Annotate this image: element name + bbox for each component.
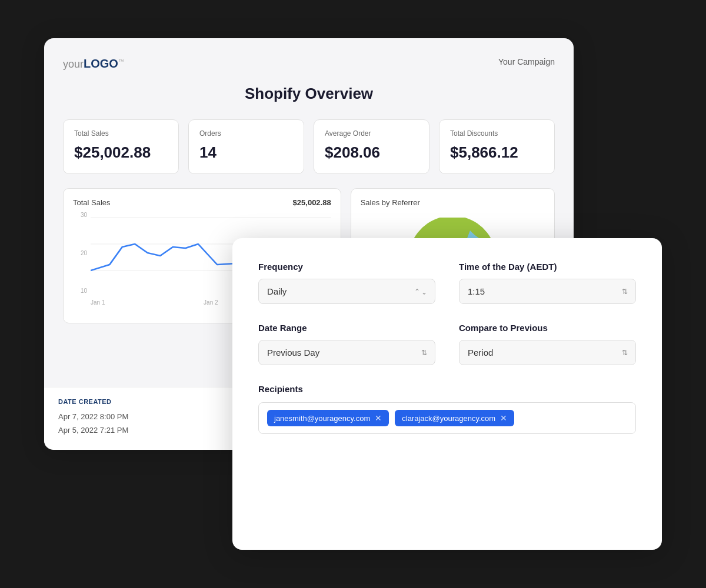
metric-total-sales: Total Sales $25,002.88 bbox=[63, 119, 179, 174]
date-range-select[interactable]: Previous Day Last 7 Days Last 30 Days bbox=[258, 340, 435, 365]
logo-prefix: your bbox=[63, 58, 84, 70]
date-range-group: Date Range Previous Day Last 7 Days Last… bbox=[258, 323, 435, 365]
date-range-select-wrapper[interactable]: Previous Day Last 7 Days Last 30 Days ⇅ bbox=[258, 340, 435, 365]
x-label-1: Jan 2 bbox=[204, 299, 218, 306]
time-label: Time of the Day (AEDT) bbox=[459, 262, 636, 272]
remove-recipient-1-icon[interactable]: ✕ bbox=[500, 413, 507, 423]
date-range-label: Date Range bbox=[258, 323, 435, 333]
referrer-header: Sales by Referrer bbox=[361, 198, 545, 207]
chart-total: $25,002.88 bbox=[293, 198, 331, 207]
y-label-1: 20 bbox=[73, 250, 87, 256]
frequency-select[interactable]: Daily Weekly Monthly bbox=[258, 279, 435, 304]
metric-orders: Orders 14 bbox=[188, 119, 304, 174]
compare-select-wrapper[interactable]: Period Year None ⇅ bbox=[459, 340, 636, 365]
schedule-form-card: Frequency Daily Weekly Monthly ⌃︎ ⌃ Time… bbox=[232, 238, 662, 550]
card-header: yourLOGO™ Your Campaign bbox=[63, 57, 555, 71]
logo-tm: ™ bbox=[118, 58, 124, 65]
compare-group: Compare to Previous Period Year None ⇅ bbox=[459, 323, 636, 365]
x-label-0: Jan 1 bbox=[91, 299, 105, 306]
metric-value-0: $25,002.88 bbox=[74, 143, 168, 162]
logo: yourLOGO™ bbox=[63, 57, 124, 71]
recipient-email-1: clarajack@youragency.com bbox=[402, 414, 495, 423]
recipients-section: Recipients janesmith@youragency.com ✕ cl… bbox=[258, 384, 636, 434]
chart-header: Total Sales $25,002.88 bbox=[73, 198, 331, 207]
metric-label-0: Total Sales bbox=[74, 129, 168, 138]
remove-recipient-0-icon[interactable]: ✕ bbox=[375, 413, 382, 423]
compare-label: Compare to Previous bbox=[459, 323, 636, 333]
referrer-title: Sales by Referrer bbox=[361, 198, 420, 207]
metric-value-2: $208.06 bbox=[325, 143, 418, 162]
recipients-area: janesmith@youragency.com ✕ clarajack@you… bbox=[258, 402, 636, 434]
metric-total-discounts: Total Discounts $5,866.12 bbox=[439, 119, 555, 174]
compare-select[interactable]: Period Year None bbox=[459, 340, 636, 365]
frequency-select-wrapper[interactable]: Daily Weekly Monthly ⌃︎ ⌃ bbox=[258, 279, 435, 304]
metric-label-1: Orders bbox=[199, 129, 293, 138]
page-title: Shopify Overview bbox=[63, 85, 555, 103]
frequency-label: Frequency bbox=[258, 262, 435, 272]
form-row-1: Frequency Daily Weekly Monthly ⌃︎ ⌃ Time… bbox=[258, 262, 636, 304]
y-label-0: 30 bbox=[73, 212, 87, 218]
campaign-label: Your Campaign bbox=[498, 57, 555, 66]
y-axis: 30 20 10 bbox=[73, 212, 87, 306]
recipient-tag-0: janesmith@youragency.com ✕ bbox=[267, 410, 389, 426]
metric-label-3: Total Discounts bbox=[450, 129, 544, 138]
time-select[interactable]: 1:15 2:00 bbox=[459, 279, 636, 304]
recipients-label: Recipients bbox=[258, 384, 636, 394]
metric-average-order: Average Order $208.06 bbox=[314, 119, 429, 174]
logo-bold: LOGO bbox=[84, 57, 118, 70]
metrics-row: Total Sales $25,002.88 Orders 14 Average… bbox=[63, 119, 555, 174]
metric-label-2: Average Order bbox=[325, 129, 418, 138]
recipient-email-0: janesmith@youragency.com bbox=[274, 414, 370, 423]
time-select-wrapper[interactable]: 1:15 2:00 ⇅ bbox=[459, 279, 636, 304]
time-group: Time of the Day (AEDT) 1:15 2:00 ⇅ bbox=[459, 262, 636, 304]
frequency-group: Frequency Daily Weekly Monthly ⌃︎ ⌃ bbox=[258, 262, 435, 304]
metric-value-1: 14 bbox=[199, 143, 293, 162]
recipient-tag-1: clarajack@youragency.com ✕ bbox=[395, 410, 514, 426]
form-row-2: Date Range Previous Day Last 7 Days Last… bbox=[258, 323, 636, 365]
chart-title: Total Sales bbox=[73, 198, 111, 207]
metric-value-3: $5,866.12 bbox=[450, 143, 544, 162]
y-label-2: 10 bbox=[73, 288, 87, 294]
